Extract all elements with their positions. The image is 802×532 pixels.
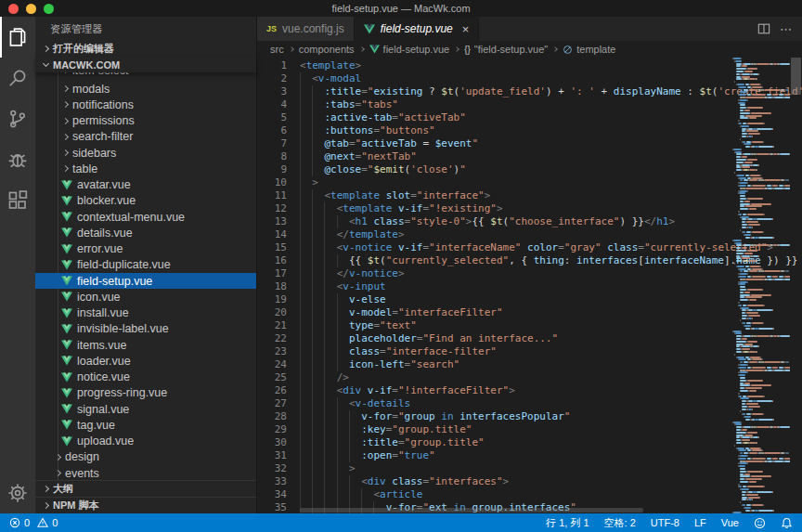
tree-item-tag-vue[interactable]: tag.vue: [35, 417, 256, 433]
code-editor[interactable]: 1234567891011121314151617181920212223242…: [257, 58, 802, 513]
language-mode[interactable]: Vue: [721, 517, 739, 528]
code-line[interactable]: class="interface-filter": [300, 345, 802, 358]
tree-item-error-vue[interactable]: error.vue: [35, 241, 256, 257]
encoding[interactable]: UTF-8: [651, 517, 679, 528]
tree-item-permissions[interactable]: permissions: [35, 113, 256, 129]
breadcrumb-components[interactable]: components: [299, 44, 355, 55]
vertical-scrollbar[interactable]: [790, 58, 802, 513]
tab-vue-config-js[interactable]: JS vue.config.js: [257, 17, 355, 41]
tree-item-sidebars[interactable]: sidebars: [35, 145, 256, 161]
code-line[interactable]: :active-tab="activeTab": [300, 111, 802, 124]
code-line[interactable]: <template slot="interface">: [300, 189, 802, 202]
tree-item-events[interactable]: events: [35, 465, 256, 480]
code-line[interactable]: />: [300, 371, 802, 384]
code-line[interactable]: <template v-if="!existing">: [300, 202, 802, 215]
code-line[interactable]: >: [300, 462, 802, 475]
code-line[interactable]: type="text": [300, 319, 802, 332]
code-line[interactable]: v-for="group in interfacesPopular": [300, 410, 802, 423]
code-line[interactable]: <v-input: [300, 280, 802, 293]
indentation[interactable]: 空格: 2: [604, 516, 636, 530]
tree-item-notifications[interactable]: notifications: [35, 97, 256, 112]
tree-item-table[interactable]: table: [35, 161, 256, 176]
problems-status[interactable]: 0 0: [9, 517, 58, 528]
tree-item-field-duplicate-vue[interactable]: field-duplicate.vue: [35, 257, 256, 273]
search-icon[interactable]: [0, 58, 35, 98]
code-line[interactable]: :tabs="tabs": [300, 98, 802, 111]
code-area[interactable]: <template><v-modal:title="existing ? $t(…: [300, 58, 802, 513]
code-line[interactable]: icon-left="search": [300, 358, 802, 371]
source-control-icon[interactable]: [0, 98, 35, 139]
explorer-icon[interactable]: [0, 17, 35, 58]
code-line[interactable]: @close="$emit('close')": [300, 163, 802, 176]
code-line[interactable]: v-else: [300, 293, 802, 306]
close-tab-icon[interactable]: ×: [462, 23, 470, 35]
tree-item-design[interactable]: design: [35, 449, 256, 465]
tree-item-icon-vue[interactable]: icon.vue: [35, 289, 256, 305]
code-line[interactable]: {{ $t("currently_selected", { thing: int…: [300, 254, 802, 267]
code-line[interactable]: v-model="interfaceFilter": [300, 306, 802, 319]
horizontal-scrollbar-thumb[interactable]: [300, 508, 643, 513]
minimize-window-button[interactable]: [26, 4, 36, 14]
breadcrumb-template[interactable]: template: [576, 44, 615, 55]
project-section-header[interactable]: MACWK.COM: [35, 57, 256, 72]
extensions-icon[interactable]: [0, 180, 35, 221]
cursor-position[interactable]: 行 1, 列 1: [546, 516, 589, 530]
tree-item-signal-vue[interactable]: signal.vue: [35, 401, 256, 417]
tree-item-search-filter[interactable]: search-filter: [35, 129, 256, 145]
code-line[interactable]: </template>: [300, 228, 802, 241]
tree-item-progress-ring-vue[interactable]: progress-ring.vue: [35, 385, 256, 401]
code-line[interactable]: </v-notice>: [300, 267, 802, 280]
code-line[interactable]: :buttons="buttons": [300, 124, 802, 137]
tree-item-modals[interactable]: modals: [35, 81, 256, 97]
code-line[interactable]: :key="group.title": [300, 423, 802, 436]
tree-item-field-setup-vue[interactable]: field-setup.vue: [35, 273, 256, 289]
code-line[interactable]: <h1 class="style-0">{{ $t("choose_interf…: [300, 215, 802, 228]
code-line[interactable]: @next="nextTab": [300, 150, 802, 163]
more-actions-icon[interactable]: ⋯: [780, 22, 793, 36]
notifications-bell-icon[interactable]: [781, 517, 793, 529]
outline-section[interactable]: 大纲: [35, 480, 256, 497]
code-line[interactable]: <template>: [300, 59, 802, 72]
tree-item-notice-vue[interactable]: notice.vue: [35, 370, 256, 385]
tree-item-invisible-label-vue[interactable]: invisible-label.vue: [35, 321, 256, 337]
code-line[interactable]: placeholder="Find an interface...": [300, 332, 802, 345]
npm-scripts-section[interactable]: NPM 脚本: [35, 497, 256, 513]
code-line[interactable]: <div class="interfaces">: [300, 475, 802, 488]
line-number: 12: [257, 202, 287, 215]
line-number-gutter: 1234567891011121314151617181920212223242…: [257, 58, 300, 513]
code-line[interactable]: :open="true": [300, 449, 802, 462]
tree-item-details-vue[interactable]: details.vue: [35, 225, 256, 240]
close-window-button[interactable]: [8, 4, 19, 14]
code-line[interactable]: <v-details: [300, 397, 802, 410]
tree-item-avatar-vue[interactable]: avatar.vue: [35, 177, 256, 193]
tree-item-items-vue[interactable]: items.vue: [35, 337, 256, 353]
breadcrumb-src[interactable]: src: [270, 44, 284, 55]
breadcrumb-file[interactable]: field-setup.vue: [383, 44, 450, 55]
code-line[interactable]: :title="existing ? $t('update_field') + …: [300, 85, 802, 98]
tab-field-setup-vue[interactable]: field-setup.vue ×: [355, 17, 480, 41]
tree-item-blocker-vue[interactable]: blocker.vue: [35, 193, 256, 209]
code-line[interactable]: >: [300, 176, 802, 189]
tree-item-item-select[interactable]: item-select: [35, 72, 256, 81]
open-editors-section[interactable]: 打开的编辑器: [35, 41, 256, 57]
vue-file-icon: [61, 260, 72, 270]
split-editor-icon[interactable]: [757, 22, 770, 35]
tree-item-contextual-menu-vue[interactable]: contextual-menu.vue: [35, 209, 256, 225]
code-line[interactable]: <div v-if="!interfaceFilter">: [300, 384, 802, 397]
minimap[interactable]: [732, 58, 790, 513]
debug-icon[interactable]: [0, 139, 35, 180]
code-line[interactable]: <v-modal: [300, 72, 802, 85]
feedback-smiley-icon[interactable]: [754, 517, 766, 529]
code-line[interactable]: <article: [300, 488, 802, 501]
code-line[interactable]: <v-notice v-if="interfaceName" color="gr…: [300, 241, 802, 254]
eol[interactable]: LF: [694, 517, 706, 528]
zoom-window-button[interactable]: [44, 4, 54, 14]
code-line[interactable]: :title="group.title": [300, 436, 802, 449]
tree-item-install-vue[interactable]: install.vue: [35, 305, 256, 321]
code-line[interactable]: @tab="activeTab = $event": [300, 137, 802, 150]
settings-gear-icon[interactable]: [0, 473, 35, 513]
breadcrumb-symbol[interactable]: "field-setup.vue": [474, 44, 548, 55]
vertical-scrollbar-thumb[interactable]: [791, 58, 801, 95]
tree-item-loader-vue[interactable]: loader.vue: [35, 353, 256, 369]
tree-item-upload-vue[interactable]: upload.vue: [35, 434, 256, 449]
